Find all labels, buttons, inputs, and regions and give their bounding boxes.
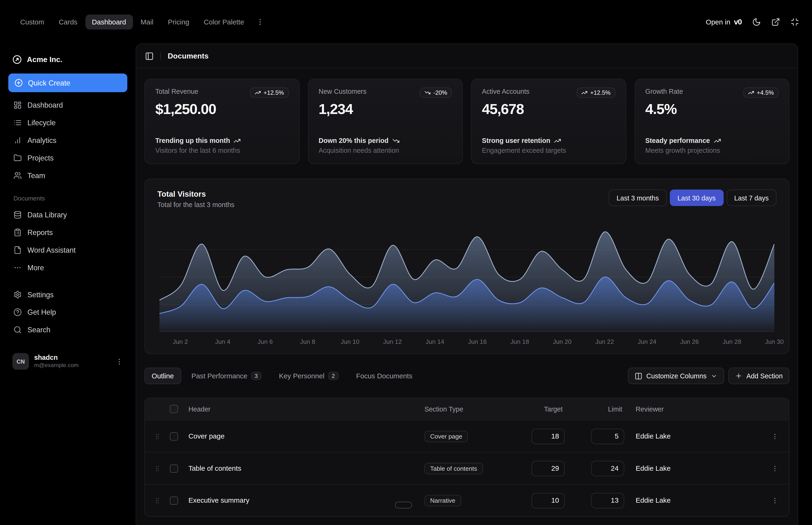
table-header-row: Header Section Type Target Limit Reviewe… [145, 398, 789, 420]
chevron-down-icon [711, 373, 718, 379]
row-menu-icon[interactable] [771, 497, 779, 504]
drag-handle-icon[interactable] [154, 497, 161, 504]
stat-card-growth-rate: Growth Rate +4.5% 4.5% Steady performanc… [634, 79, 790, 164]
file-icon [13, 246, 21, 254]
nav-item-color-palette[interactable]: Color Palette [197, 14, 251, 29]
user-menu-icon[interactable] [116, 357, 123, 365]
sidebar-item-word-assistant[interactable]: Word Assistant [8, 241, 127, 259]
row-checkbox[interactable] [170, 432, 178, 440]
nav-overflow-icon[interactable] [252, 15, 268, 29]
sidebar-item-settings[interactable]: Settings [8, 286, 127, 303]
section-type-badge: Cover page [425, 431, 468, 442]
tab-key-personnel[interactable]: Key Personnel 2 [272, 368, 346, 384]
folder-icon [13, 154, 21, 162]
tab-focus-documents[interactable]: Focus Documents [349, 368, 419, 384]
limit-input[interactable]: 24 [591, 461, 624, 476]
stat-subtext: Acquisition needs attention [319, 146, 452, 154]
minimize-button[interactable] [791, 17, 799, 26]
target-input[interactable]: 10 [532, 493, 565, 508]
main-panel: Documents Total Revenue +12.5% $1,250.00 [136, 44, 798, 525]
table-toolbar: Outline Past Performance 3 Key Personnel… [144, 368, 790, 384]
target-input[interactable]: 29 [532, 461, 565, 476]
trend-badge: +4.5% [744, 87, 779, 98]
sidebar-item-label: Settings [28, 290, 53, 299]
sidebar-footer: Settings Get Help Search [8, 286, 127, 339]
sidebar-item-label: Data Library [28, 211, 67, 219]
nav-item-mail[interactable]: Mail [134, 14, 160, 29]
main-header: Documents [136, 44, 798, 69]
range-last-7-days[interactable]: Last 7 days [726, 190, 777, 206]
nav-item-custom[interactable]: Custom [13, 14, 51, 29]
search-icon [13, 326, 21, 334]
trend-badge: +12.5% [250, 87, 289, 98]
row-menu-icon[interactable] [771, 465, 779, 472]
org-name: Acme Inc. [27, 56, 62, 64]
trending-down-icon [425, 90, 431, 96]
sidebar-item-dashboard[interactable]: Dashboard [8, 96, 127, 114]
limit-input[interactable]: 13 [591, 493, 624, 508]
database-icon [13, 211, 21, 219]
nav-item-pricing[interactable]: Pricing [161, 14, 196, 29]
stat-card-active-accounts: Active Accounts +12.5% 45,678 Strong use… [471, 79, 626, 164]
row-checkbox[interactable] [170, 496, 178, 505]
limit-input[interactable]: 5 [591, 429, 624, 444]
quick-create-button[interactable]: Quick Create [8, 74, 127, 92]
sidebar-item-more[interactable]: More [8, 259, 127, 276]
bar-chart-icon [13, 136, 21, 144]
sidebar-item-reports[interactable]: Reports [8, 224, 127, 241]
trending-up-icon [581, 90, 587, 96]
trending-up-icon [748, 90, 754, 96]
customize-columns-button[interactable]: Customize Columns [628, 368, 724, 384]
page-title: Documents [168, 52, 209, 60]
v0-logo: v0 [734, 18, 742, 26]
sidebar-item-get-help[interactable]: Get Help [8, 303, 127, 321]
sidebar-item-label: More [28, 264, 44, 272]
open-in-v0-button[interactable]: Open in v0 [706, 18, 742, 26]
select-all-checkbox[interactable] [170, 405, 178, 413]
sidebar-item-analytics[interactable]: Analytics [8, 132, 127, 149]
row-header[interactable]: Executive summary [188, 497, 425, 504]
sidebar-item-label: Get Help [28, 308, 56, 316]
open-window-button[interactable] [771, 17, 780, 26]
dark-mode-toggle[interactable] [752, 17, 761, 26]
sidebar-item-team[interactable]: Team [8, 167, 127, 184]
quick-create-label: Quick Create [28, 79, 70, 87]
add-section-button[interactable]: Add Section [729, 368, 790, 384]
users-icon [13, 171, 21, 180]
sidebar-item-data-library[interactable]: Data Library [8, 206, 127, 224]
sidebar-toggle-button[interactable] [145, 51, 154, 60]
sidebar-item-search[interactable]: Search [8, 321, 127, 339]
circle-plus-icon [15, 79, 23, 87]
avatar: CN [13, 353, 29, 370]
target-input[interactable]: 18 [532, 429, 565, 444]
range-last-30-days[interactable]: Last 30 days [670, 190, 723, 206]
tab-outline[interactable]: Outline [144, 368, 181, 384]
sidebar-item-label: Analytics [28, 136, 56, 144]
row-checkbox[interactable] [170, 464, 178, 472]
row-reviewer: Eddie Lake [631, 497, 761, 504]
row-reviewer: Eddie Lake [631, 432, 761, 440]
header-divider [160, 52, 161, 60]
stat-trend-line: Trending up this month [155, 137, 289, 145]
nav-item-dashboard[interactable]: Dashboard [85, 14, 133, 29]
sidebar-item-projects[interactable]: Projects [8, 149, 127, 167]
user-menu[interactable]: CN shadcn m@example.com [8, 349, 127, 374]
trending-up-icon [714, 137, 721, 144]
row-menu-icon[interactable] [771, 433, 779, 440]
row-header[interactable]: Table of contents [188, 464, 425, 472]
visitors-area-chart [159, 222, 775, 332]
org-switcher[interactable]: Acme Inc. [8, 52, 127, 67]
x-axis-tick: Jun 14 [426, 338, 444, 345]
sidebar-item-lifecycle[interactable]: Lifecycle [8, 114, 127, 132]
drag-handle-icon[interactable] [154, 433, 161, 440]
drag-handle-icon[interactable] [154, 465, 161, 472]
row-header[interactable]: Cover page [188, 432, 425, 440]
col-target: Target [523, 405, 572, 413]
scrollbar-thumb[interactable] [395, 502, 412, 509]
range-last-3-months[interactable]: Last 3 months [609, 190, 667, 206]
tab-past-performance[interactable]: Past Performance 3 [184, 368, 269, 384]
stat-card-new-customers: New Customers -20% 1,234 Down 20% this p… [308, 79, 463, 164]
table-row: Table of contents Table of contents 29 2… [145, 452, 789, 484]
table-row: Cover page Cover page 18 5 Eddie Lake [145, 420, 789, 452]
nav-item-cards[interactable]: Cards [52, 14, 84, 29]
